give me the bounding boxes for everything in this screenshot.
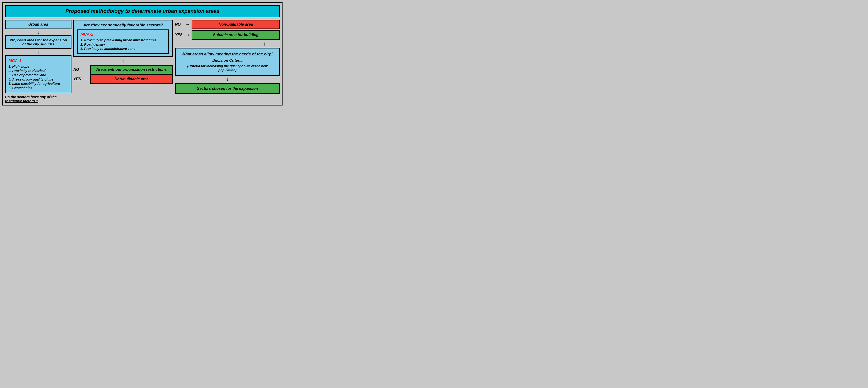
decision-sub: (Criteria for increasing the quality of … <box>179 64 276 72</box>
mca2-inner: MCA-2 1. Proximity to preexisting urban … <box>78 29 169 54</box>
proposed-areas-box: Proposed areas for the expansion of the … <box>5 35 71 49</box>
main-title: Proposed methodology to determinate urba… <box>5 5 280 17</box>
list-item: 4. Areas of low quality of life <box>8 78 68 81</box>
list-item: 2. Proximity to riverbed <box>8 69 68 73</box>
list-item: 2. Road density <box>81 42 166 46</box>
content-row: Urban area ↓ Proposed areas for the expa… <box>5 20 280 103</box>
yes-label-right: YES <box>175 33 184 37</box>
list-item: 6. Geotechnics <box>8 86 68 90</box>
do-sectors-line2: restrictive factors ? <box>5 99 38 103</box>
arrow-right-no-right: → <box>185 21 190 28</box>
arrow-down-right: ↓ <box>263 41 266 46</box>
decision-criteria: Decision Criteria <box>179 58 276 63</box>
do-sectors-text: Do the sectors have any of the restricti… <box>5 95 71 103</box>
col2-wrapper: Are they economically favorable sectors?… <box>73 20 173 84</box>
mca2-title: MCA-2 <box>81 32 166 37</box>
econ-box: Are they economically favorable sectors?… <box>73 20 173 57</box>
arrow-right-yes: → <box>83 76 89 82</box>
column-1: Urban area ↓ Proposed areas for the expa… <box>5 20 71 103</box>
do-sectors-line1: Do the sectors have any of the <box>5 95 57 99</box>
arrow-down-1: ↓ <box>37 30 40 35</box>
list-item: 1. Proximity to preexisting urban infras… <box>81 38 166 42</box>
arrow-up-middle: ↑ <box>122 58 125 64</box>
no-label-areas: NO <box>73 67 82 72</box>
column-3: NO → Non-buildable area YES → Suitable a… <box>175 20 280 94</box>
right-non-buildable-label: Non-buildable area <box>219 22 253 26</box>
non-buildable-bottom-box: Non-buildable area <box>90 74 173 84</box>
suitable-area-label: Suitable area for building <box>213 33 258 37</box>
econ-question-text: Are they economically favorable sectors? <box>83 23 163 27</box>
decision-box: What areas allow meeting the needs of th… <box>175 48 280 76</box>
urban-area-box: Urban area <box>5 20 71 29</box>
list-item: 3. Proximity to administrative zone <box>81 47 166 51</box>
arrow-down-right-2: ↓ <box>226 76 229 82</box>
urban-area-label: Urban area <box>28 22 48 26</box>
yes-right-row: YES → Suitable area for building <box>175 30 280 40</box>
title-text: Proposed methodology to determinate urba… <box>65 8 219 14</box>
econ-question: Are they economically favorable sectors? <box>78 23 169 28</box>
proposed-areas-label: Proposed areas for the expansion of the … <box>9 38 67 46</box>
mca2-list: 1. Proximity to preexisting urban infras… <box>81 38 166 51</box>
sectors-chosen-box: Sectors chosen for the expansion <box>175 83 280 94</box>
no-label-right: NO <box>175 22 184 27</box>
sectors-chosen-label: Sectors chosen for the expansion <box>197 87 258 91</box>
suitable-area-box: Suitable area for building <box>192 30 280 40</box>
arrow-right-no: → <box>83 66 89 73</box>
areas-without-box: Areas without urbanization restrictions <box>90 65 173 74</box>
areas-without-label: Areas without urbanization restrictions <box>96 67 167 71</box>
mca1-list: 1. High slope 2. Proximity to riverbed 3… <box>8 65 68 90</box>
mca1-title: MCA-1 <box>8 58 68 63</box>
no-areas-row: NO → Areas without urbanization restrict… <box>73 65 173 74</box>
list-item: 3. Use of protected land <box>8 73 68 77</box>
main-container: Proposed methodology to determinate urba… <box>2 2 282 106</box>
arrow-right-yes-right: → <box>185 32 190 38</box>
no-right-row: NO → Non-buildable area <box>175 20 280 29</box>
yes-label-non-buildable: YES <box>73 77 82 81</box>
right-non-buildable-box: Non-buildable area <box>192 20 280 29</box>
list-item: 1. High slope <box>8 65 68 68</box>
decision-question: What areas allow meeting the needs of th… <box>179 52 276 57</box>
arrow-down-2: ↓ <box>37 49 40 54</box>
non-buildable-bottom-label: Non-buildable area <box>115 77 149 81</box>
mca1-box: MCA-1 1. High slope 2. Proximity to rive… <box>5 55 71 93</box>
yes-non-buildable-row: YES → Non-buildable area <box>73 74 173 84</box>
list-item: 5. Land capability for agriculture <box>8 82 68 86</box>
